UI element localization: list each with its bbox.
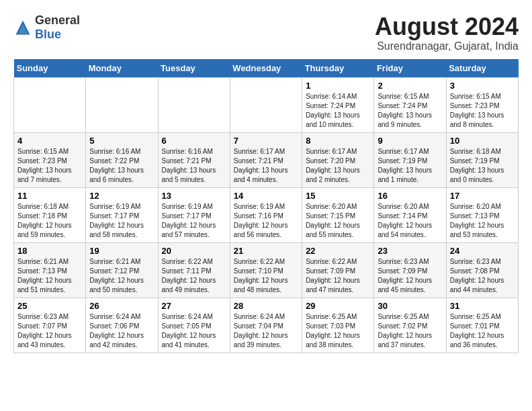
day-header-tuesday: Tuesday	[158, 59, 230, 78]
cell-info: Sunrise: 6:23 AM Sunset: 7:08 PM Dayligh…	[450, 257, 515, 295]
day-number: 24	[450, 246, 515, 256]
cell-info: Sunrise: 6:14 AM Sunset: 7:24 PM Dayligh…	[306, 92, 370, 130]
calendar-cell: 7Sunrise: 6:17 AM Sunset: 7:21 PM Daylig…	[230, 132, 302, 187]
calendar-cell: 17Sunrise: 6:20 AM Sunset: 7:13 PM Dayli…	[446, 187, 518, 242]
calendar-cell: 10Sunrise: 6:18 AM Sunset: 7:19 PM Dayli…	[446, 132, 518, 187]
cell-info: Sunrise: 6:21 AM Sunset: 7:13 PM Dayligh…	[17, 257, 82, 295]
calendar-cell: 8Sunrise: 6:17 AM Sunset: 7:20 PM Daylig…	[302, 132, 374, 187]
cell-info: Sunrise: 6:23 AM Sunset: 7:09 PM Dayligh…	[378, 257, 442, 295]
cell-info: Sunrise: 6:16 AM Sunset: 7:21 PM Dayligh…	[162, 147, 226, 185]
logo-general: General	[35, 13, 80, 27]
day-number: 15	[306, 191, 370, 201]
calendar-cell: 26Sunrise: 6:24 AM Sunset: 7:06 PM Dayli…	[86, 298, 158, 353]
cell-info: Sunrise: 6:22 AM Sunset: 7:10 PM Dayligh…	[234, 257, 298, 295]
calendar-cell: 31Sunrise: 6:25 AM Sunset: 7:01 PM Dayli…	[446, 298, 518, 353]
cell-info: Sunrise: 6:25 AM Sunset: 7:03 PM Dayligh…	[306, 312, 370, 350]
cell-info: Sunrise: 6:18 AM Sunset: 7:19 PM Dayligh…	[450, 147, 515, 185]
calendar-cell: 4Sunrise: 6:15 AM Sunset: 7:23 PM Daylig…	[14, 132, 86, 187]
calendar-cell: 22Sunrise: 6:22 AM Sunset: 7:09 PM Dayli…	[302, 242, 374, 298]
day-number: 9	[378, 136, 442, 146]
cell-info: Sunrise: 6:20 AM Sunset: 7:14 PM Dayligh…	[378, 202, 442, 240]
day-number: 16	[378, 191, 442, 201]
logo-icon	[13, 18, 32, 37]
cell-info: Sunrise: 6:21 AM Sunset: 7:12 PM Dayligh…	[89, 257, 154, 295]
calendar-cell: 29Sunrise: 6:25 AM Sunset: 7:03 PM Dayli…	[302, 298, 374, 353]
calendar-cell	[158, 77, 230, 132]
cell-info: Sunrise: 6:15 AM Sunset: 7:23 PM Dayligh…	[450, 92, 515, 130]
logo: General Blue	[13, 13, 80, 42]
day-header-sunday: Sunday	[14, 59, 86, 78]
day-header-saturday: Saturday	[446, 59, 518, 78]
calendar-cell	[230, 77, 302, 132]
cell-info: Sunrise: 6:19 AM Sunset: 7:17 PM Dayligh…	[162, 202, 226, 240]
day-header-thursday: Thursday	[302, 59, 374, 78]
calendar-cell	[14, 77, 86, 132]
day-number: 27	[162, 301, 226, 311]
cell-info: Sunrise: 6:15 AM Sunset: 7:24 PM Dayligh…	[378, 92, 442, 130]
header-row: SundayMondayTuesdayWednesdayThursdayFrid…	[14, 59, 519, 78]
calendar-cell: 15Sunrise: 6:20 AM Sunset: 7:15 PM Dayli…	[302, 187, 374, 242]
day-number: 25	[17, 301, 82, 311]
day-number: 21	[234, 246, 298, 256]
calendar-cell: 18Sunrise: 6:21 AM Sunset: 7:13 PM Dayli…	[14, 242, 86, 298]
cell-info: Sunrise: 6:15 AM Sunset: 7:23 PM Dayligh…	[17, 147, 82, 185]
cell-info: Sunrise: 6:17 AM Sunset: 7:21 PM Dayligh…	[234, 147, 298, 185]
month-year: August 2024	[375, 13, 519, 40]
calendar-cell: 19Sunrise: 6:21 AM Sunset: 7:12 PM Dayli…	[86, 242, 158, 298]
calendar-cell: 11Sunrise: 6:18 AM Sunset: 7:18 PM Dayli…	[14, 187, 86, 242]
calendar-cell: 5Sunrise: 6:16 AM Sunset: 7:22 PM Daylig…	[86, 132, 158, 187]
day-number: 29	[306, 301, 370, 311]
week-row-2: 4Sunrise: 6:15 AM Sunset: 7:23 PM Daylig…	[14, 132, 519, 187]
cell-info: Sunrise: 6:19 AM Sunset: 7:16 PM Dayligh…	[234, 202, 298, 240]
cell-info: Sunrise: 6:22 AM Sunset: 7:11 PM Dayligh…	[162, 257, 226, 295]
calendar-cell: 30Sunrise: 6:25 AM Sunset: 7:02 PM Dayli…	[374, 298, 446, 353]
day-header-friday: Friday	[374, 59, 446, 78]
cell-info: Sunrise: 6:17 AM Sunset: 7:19 PM Dayligh…	[378, 147, 442, 185]
day-number: 2	[378, 81, 442, 91]
cell-info: Sunrise: 6:25 AM Sunset: 7:01 PM Dayligh…	[450, 312, 515, 350]
day-number: 17	[450, 191, 515, 201]
calendar-cell: 27Sunrise: 6:24 AM Sunset: 7:05 PM Dayli…	[158, 298, 230, 353]
day-number: 3	[450, 81, 515, 91]
day-number: 12	[89, 191, 154, 201]
day-number: 10	[450, 136, 515, 146]
week-row-3: 11Sunrise: 6:18 AM Sunset: 7:18 PM Dayli…	[14, 187, 519, 242]
header: General Blue August 2024 Surendranagar, …	[13, 13, 519, 52]
cell-info: Sunrise: 6:20 AM Sunset: 7:13 PM Dayligh…	[450, 202, 515, 240]
day-number: 5	[89, 136, 154, 146]
calendar-cell: 9Sunrise: 6:17 AM Sunset: 7:19 PM Daylig…	[374, 132, 446, 187]
day-header-monday: Monday	[86, 59, 158, 78]
calendar-cell: 28Sunrise: 6:24 AM Sunset: 7:04 PM Dayli…	[230, 298, 302, 353]
day-number: 19	[89, 246, 154, 256]
day-number: 7	[234, 136, 298, 146]
cell-info: Sunrise: 6:16 AM Sunset: 7:22 PM Dayligh…	[89, 147, 154, 185]
day-number: 28	[234, 301, 298, 311]
day-number: 22	[306, 246, 370, 256]
calendar-cell: 24Sunrise: 6:23 AM Sunset: 7:08 PM Dayli…	[446, 242, 518, 298]
cell-info: Sunrise: 6:24 AM Sunset: 7:04 PM Dayligh…	[234, 312, 298, 350]
week-row-5: 25Sunrise: 6:23 AM Sunset: 7:07 PM Dayli…	[14, 298, 519, 353]
day-number: 4	[17, 136, 82, 146]
cell-info: Sunrise: 6:24 AM Sunset: 7:06 PM Dayligh…	[89, 312, 154, 350]
title-area: August 2024 Surendranagar, Gujarat, Indi…	[375, 13, 519, 52]
day-number: 13	[162, 191, 226, 201]
calendar-cell: 13Sunrise: 6:19 AM Sunset: 7:17 PM Dayli…	[158, 187, 230, 242]
calendar-cell: 21Sunrise: 6:22 AM Sunset: 7:10 PM Dayli…	[230, 242, 302, 298]
cell-info: Sunrise: 6:18 AM Sunset: 7:18 PM Dayligh…	[17, 202, 82, 240]
calendar-cell: 1Sunrise: 6:14 AM Sunset: 7:24 PM Daylig…	[302, 77, 374, 132]
location: Surendranagar, Gujarat, India	[375, 40, 519, 52]
calendar-cell: 25Sunrise: 6:23 AM Sunset: 7:07 PM Dayli…	[14, 298, 86, 353]
logo-blue: Blue	[35, 28, 61, 41]
calendar-cell: 23Sunrise: 6:23 AM Sunset: 7:09 PM Dayli…	[374, 242, 446, 298]
calendar-table: SundayMondayTuesdayWednesdayThursdayFrid…	[13, 59, 519, 353]
day-number: 11	[17, 191, 82, 201]
day-number: 6	[162, 136, 226, 146]
cell-info: Sunrise: 6:17 AM Sunset: 7:20 PM Dayligh…	[306, 147, 370, 185]
calendar-cell: 3Sunrise: 6:15 AM Sunset: 7:23 PM Daylig…	[446, 77, 518, 132]
cell-info: Sunrise: 6:22 AM Sunset: 7:09 PM Dayligh…	[306, 257, 370, 295]
calendar-cell: 16Sunrise: 6:20 AM Sunset: 7:14 PM Dayli…	[374, 187, 446, 242]
day-number: 20	[162, 246, 226, 256]
day-number: 14	[234, 191, 298, 201]
day-number: 31	[450, 301, 515, 311]
cell-info: Sunrise: 6:24 AM Sunset: 7:05 PM Dayligh…	[162, 312, 226, 350]
